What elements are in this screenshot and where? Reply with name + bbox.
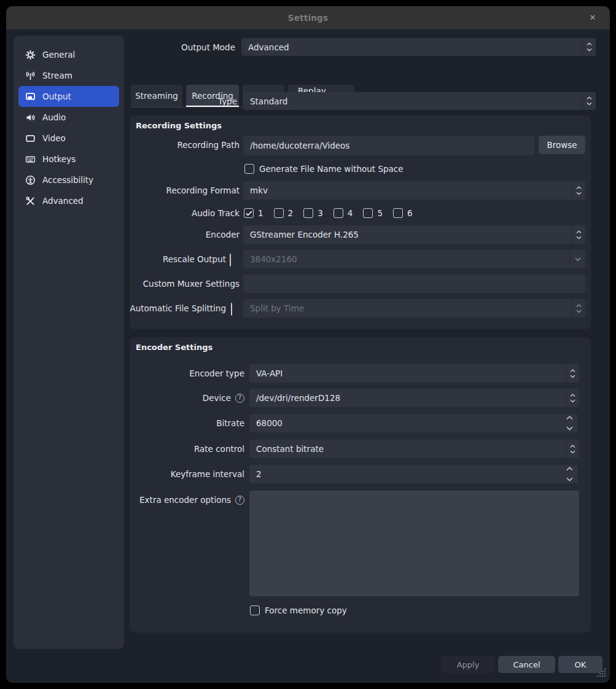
device-select[interactable]: /dev/dri/renderD128	[249, 389, 579, 407]
keyframe-interval-spinbox[interactable]: 2	[249, 465, 578, 483]
recording-path-input[interactable]: /home/ducoterra/Videos	[243, 136, 534, 155]
sidebar-item-label: General	[42, 50, 75, 60]
extra-encoder-options-label-cell: Extra encoder options ?	[130, 494, 244, 505]
audio-track-5-label: 5	[377, 208, 383, 218]
apply-button-label: Apply	[457, 660, 480, 669]
audio-track-6-label: 6	[407, 208, 413, 218]
spinner-arrows-icon	[582, 92, 596, 110]
close-icon[interactable]: ✕	[585, 6, 600, 29]
auto-split-label-cell: Automatic File Splitting	[130, 299, 226, 317]
type-select[interactable]: Standard	[243, 92, 596, 110]
resize-grip[interactable]	[597, 668, 606, 680]
force-memory-copy-row: Force memory copy	[250, 605, 347, 615]
audio-track-3-checkbox[interactable]	[303, 208, 313, 218]
keyframe-interval-value: 2	[256, 469, 262, 479]
audio-track-6-checkbox[interactable]	[393, 208, 403, 218]
bitrate-label: Bitrate	[216, 418, 244, 428]
generate-no-space-checkbox[interactable]	[244, 164, 254, 174]
sidebar-item-hotkeys[interactable]: Hotkeys	[18, 149, 119, 169]
audio-track-2-label: 2	[288, 208, 294, 218]
recording-settings-title: Recording Settings	[136, 121, 222, 130]
sidebar-item-label: Output	[42, 91, 71, 101]
audio-track-2-checkbox[interactable]	[274, 208, 284, 218]
apply-button[interactable]: Apply	[441, 656, 495, 673]
recording-path-label-cell: Recording Path	[130, 136, 240, 154]
auto-split-checkbox[interactable]	[231, 303, 232, 316]
encoder-type-label-cell: Encoder type	[130, 364, 244, 383]
sidebar-item-output[interactable]: Output	[18, 86, 119, 107]
encoder-select[interactable]: GStreamer Encoder H.265	[243, 225, 585, 244]
sidebar-item-label: Accessibility	[42, 175, 93, 185]
type-label: Type	[218, 96, 237, 106]
output-mode-select[interactable]: Advanced	[241, 38, 596, 56]
rate-control-value: Constant bitrate	[256, 444, 324, 454]
speaker-icon	[25, 112, 36, 123]
recording-format-select[interactable]: mkv	[243, 181, 585, 200]
browse-button-label: Browse	[547, 140, 577, 150]
spinner-arrows-icon	[566, 389, 579, 407]
audio-track-4-checkbox[interactable]	[333, 208, 343, 218]
broadcast-icon	[25, 71, 36, 81]
titlebar: Settings ✕	[6, 6, 610, 29]
audio-track-label-cell: Audio Track	[130, 208, 240, 219]
custom-muxer-label-cell: Custom Muxer Settings	[130, 274, 240, 293]
recording-path-label: Recording Path	[177, 140, 240, 150]
spinner-arrows-icon	[566, 364, 579, 383]
type-label-cell: Type	[129, 92, 237, 111]
device-value: /dev/dri/renderD128	[256, 393, 340, 403]
bitrate-spinbox[interactable]: 68000	[249, 414, 578, 432]
sidebar-item-general[interactable]: General	[18, 44, 119, 65]
rescale-output-select[interactable]: 3840x2160	[243, 250, 585, 268]
ok-button[interactable]: OK	[558, 656, 602, 673]
help-icon[interactable]: ?	[235, 496, 244, 505]
browse-button[interactable]: Browse	[539, 136, 585, 154]
rate-control-label-cell: Rate control	[130, 440, 244, 458]
sidebar-item-accessibility[interactable]: Accessibility	[18, 169, 119, 190]
extra-encoder-options-textarea[interactable]	[249, 491, 579, 596]
extra-encoder-options-label: Extra encoder options	[139, 495, 231, 505]
sidebar-item-advanced[interactable]: Advanced	[18, 190, 119, 211]
device-label-cell: Device ?	[130, 389, 244, 407]
settings-window: Settings ✕ General Stream Output Au	[6, 6, 610, 683]
generate-no-space-row: Generate File Name without Space	[244, 164, 404, 174]
sidebar-item-label: Audio	[42, 112, 66, 122]
sidebar-item-stream[interactable]: Stream	[18, 65, 119, 86]
sidebar-item-label: Video	[42, 133, 66, 143]
audio-track-5-checkbox[interactable]	[363, 208, 373, 218]
rescale-output-label: Rescale Output	[163, 254, 226, 264]
audio-track-3-label: 3	[318, 208, 323, 218]
keyframe-interval-label: Keyframe interval	[171, 469, 244, 479]
help-icon[interactable]: ?	[235, 394, 244, 403]
sidebar-item-label: Advanced	[42, 196, 84, 206]
encoder-type-label: Encoder type	[189, 368, 244, 378]
force-memory-copy-label: Force memory copy	[265, 605, 347, 615]
display-icon	[25, 133, 36, 144]
sidebar-item-video[interactable]: Video	[18, 128, 119, 149]
encoder-label: Encoder	[206, 230, 240, 239]
type-value: Standard	[250, 96, 287, 106]
spinbox-arrows-icon	[564, 467, 575, 481]
output-mode-label-cell: Output Mode	[129, 38, 235, 56]
rescale-output-label-cell: Rescale Output	[130, 250, 226, 268]
encoder-label-cell: Encoder	[130, 225, 240, 244]
rescale-output-checkbox[interactable]	[230, 254, 231, 267]
spinner-arrows-icon	[572, 225, 585, 244]
encoder-type-value: VA-API	[256, 368, 283, 378]
encoder-type-select[interactable]: VA-API	[249, 364, 579, 383]
rate-control-label: Rate control	[194, 444, 244, 454]
custom-muxer-input[interactable]	[243, 274, 585, 293]
auto-split-label: Automatic File Splitting	[130, 303, 226, 313]
spinbox-arrows-icon	[564, 416, 575, 430]
force-memory-copy-checkbox[interactable]	[250, 605, 260, 615]
output-mode-value: Advanced	[248, 42, 289, 52]
auto-split-select[interactable]: Split by Time	[243, 299, 585, 317]
screen-output-icon	[25, 91, 36, 102]
encoder-value: GStreamer Encoder H.265	[250, 230, 359, 239]
cancel-button[interactable]: Cancel	[498, 656, 555, 673]
gear-icon	[25, 50, 36, 60]
rate-control-select[interactable]: Constant bitrate	[249, 440, 579, 458]
sidebar-item-label: Stream	[42, 71, 72, 80]
sidebar-item-audio[interactable]: Audio	[18, 107, 119, 128]
audio-track-1-checkbox[interactable]	[244, 208, 254, 218]
generate-no-space-label: Generate File Name without Space	[259, 164, 404, 174]
